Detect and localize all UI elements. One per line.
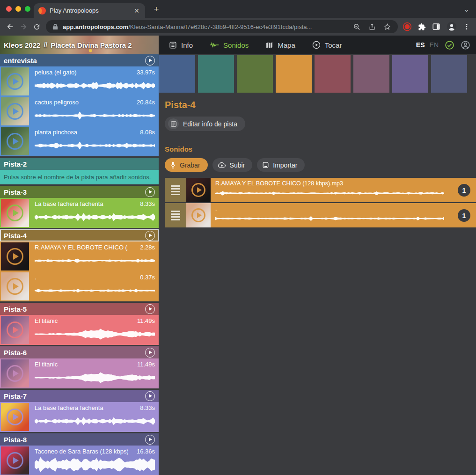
- track-header-pista-5[interactable]: Pista-5: [0, 303, 159, 315]
- track-color-swatch[interactable]: [198, 55, 234, 93]
- clip-thumbnail[interactable]: [1, 127, 29, 155]
- track-color-swatch[interactable]: [392, 55, 428, 93]
- forward-button[interactable]: [17, 20, 30, 33]
- tab-mapa[interactable]: Mapa: [265, 41, 295, 49]
- lock-icon[interactable]: [52, 23, 58, 30]
- clip-thumbnail[interactable]: [1, 272, 29, 300]
- play-track-icon[interactable]: [145, 56, 155, 66]
- profile-avatar-icon[interactable]: [447, 22, 457, 32]
- sound-row[interactable]: R.AMAYA Y EL BOBOTE CHICO (128 kbps).mp3…: [165, 178, 476, 202]
- edit-track-info-button[interactable]: Editar info de pista: [165, 117, 245, 131]
- tab-close-icon[interactable]: ✕: [133, 7, 140, 15]
- track-color-strip: [159, 54, 476, 93]
- clip-thumbnail[interactable]: [1, 242, 29, 270]
- play-clip-icon[interactable]: [7, 248, 23, 265]
- play-track-icon[interactable]: [145, 391, 155, 401]
- new-tab-button[interactable]: +: [151, 4, 162, 15]
- grabar-button[interactable]: Grabar: [165, 158, 208, 172]
- clip-thumbnail[interactable]: [1, 316, 29, 344]
- sound-clip-row[interactable]: pelusa (el gato)33.97s: [0, 66, 159, 96]
- extensions-puzzle-icon[interactable]: [418, 23, 426, 31]
- clip-thumbnail[interactable]: [1, 199, 29, 227]
- track-color-swatch[interactable]: [315, 55, 351, 93]
- sound-row[interactable]: .1: [165, 203, 476, 227]
- tab-label: Tocar: [325, 41, 342, 49]
- zoom-window-button[interactable]: [25, 6, 30, 12]
- drag-handle-icon[interactable]: [165, 203, 186, 227]
- track-header-pista-7[interactable]: Pista-7: [0, 390, 159, 402]
- zoom-out-icon[interactable]: [353, 23, 361, 31]
- tab-sonidos[interactable]: Sonidos: [210, 41, 249, 49]
- play-clip-icon[interactable]: [7, 205, 23, 221]
- play-sound-icon[interactable]: [191, 208, 205, 222]
- account-icon[interactable]: [461, 40, 470, 50]
- browser-menu-icon[interactable]: [463, 23, 470, 30]
- clip-thumbnail[interactable]: [1, 446, 29, 475]
- url-bar[interactable]: app.antropoloops.com/Kleos-Santa-Marina/…: [46, 20, 398, 33]
- clip-thumbnail[interactable]: [1, 97, 29, 125]
- sound-clip-row[interactable]: El titanic11.49s: [0, 358, 159, 388]
- minimize-window-button[interactable]: [15, 6, 21, 12]
- track-header-pista-4[interactable]: Pista-4: [0, 229, 159, 241]
- play-clip-icon[interactable]: [7, 73, 23, 90]
- play-clip-icon[interactable]: [7, 322, 23, 338]
- play-clip-icon[interactable]: [7, 133, 23, 150]
- sound-thumbnail[interactable]: [186, 203, 211, 227]
- track-color-swatch-selected[interactable]: [276, 55, 312, 93]
- play-track-icon[interactable]: [145, 187, 155, 197]
- back-button[interactable]: [4, 20, 17, 33]
- sound-clip-row[interactable]: La base fachera facherita8.33s: [0, 402, 159, 432]
- clip-thumbnail[interactable]: [1, 403, 29, 431]
- tab-info[interactable]: Info: [169, 41, 193, 49]
- clip-name: pelusa (el gato): [35, 69, 77, 76]
- language-option-en[interactable]: EN: [430, 41, 439, 49]
- track-color-swatch[interactable]: [159, 55, 195, 93]
- sound-clip-row[interactable]: R.AMAYA Y EL BOBOTE CHICO (128 kbps)....…: [0, 241, 159, 271]
- track-header-pista-3[interactable]: Pista-3: [0, 186, 159, 198]
- clip-thumbnail[interactable]: [1, 359, 29, 387]
- play-clip-icon[interactable]: [7, 365, 23, 382]
- importar-button[interactable]: Importar: [257, 158, 305, 172]
- language-option-es[interactable]: ES: [416, 41, 425, 49]
- track-color-swatch[interactable]: [353, 55, 389, 93]
- play-track-icon[interactable]: [145, 231, 155, 241]
- play-clip-icon[interactable]: [7, 278, 23, 295]
- sync-check-icon[interactable]: [445, 40, 454, 50]
- side-panel-icon[interactable]: [432, 22, 440, 31]
- play-track-icon[interactable]: [145, 348, 155, 358]
- sound-clip-row[interactable]: planta pinchosa8.08s: [0, 126, 159, 156]
- track-header-entrevista[interactable]: entrevista: [0, 54, 159, 66]
- track-color-swatch[interactable]: [431, 55, 467, 93]
- tab-search-chevron-icon[interactable]: ⌄: [463, 6, 469, 13]
- play-clip-icon[interactable]: [7, 103, 23, 120]
- play-clip-icon[interactable]: [7, 452, 23, 469]
- breadcrumb-title[interactable]: Placeta Divina Pastora 2: [51, 41, 132, 49]
- play-sound-icon[interactable]: [191, 183, 205, 197]
- browser-tab[interactable]: Play Antropoloops ✕: [34, 3, 145, 18]
- tab-tocar[interactable]: Tocar: [312, 41, 342, 49]
- sound-thumbnail[interactable]: [186, 178, 211, 202]
- breadcrumb-project[interactable]: Kleos 2022: [4, 41, 40, 49]
- play-clip-icon[interactable]: [7, 409, 23, 425]
- sound-clip-row[interactable]: Taconeo de Sara Baras (128 kbps).mp316.3…: [0, 446, 159, 475]
- subir-button[interactable]: Subir: [212, 158, 253, 172]
- close-window-button[interactable]: [6, 6, 12, 12]
- play-track-icon[interactable]: [145, 435, 155, 445]
- share-icon[interactable]: [368, 23, 376, 31]
- record-extension-icon[interactable]: [403, 22, 412, 31]
- track-header-pista-8[interactable]: Pista-8: [0, 433, 159, 446]
- track-header-pista-2[interactable]: Pista-2: [0, 158, 159, 170]
- waveform: [215, 212, 444, 225]
- play-track-icon[interactable]: [145, 304, 155, 314]
- track-color-swatch[interactable]: [237, 55, 273, 93]
- clip-thumbnail[interactable]: [1, 67, 29, 95]
- sound-clip-row[interactable]: cactus peligroso20.84s: [0, 96, 159, 126]
- sound-clip-row[interactable]: La base fachera facherita8.33s: [0, 198, 159, 228]
- bookmark-star-icon[interactable]: [383, 23, 391, 31]
- sound-clip-row[interactable]: El titanic11.49s: [0, 315, 159, 345]
- track-section-pista-5: Pista-5El titanic11.49s: [0, 303, 159, 345]
- reload-button[interactable]: [30, 20, 43, 33]
- sound-clip-row[interactable]: .0.37s: [0, 271, 159, 301]
- drag-handle-icon[interactable]: [165, 178, 186, 202]
- track-header-pista-6[interactable]: Pista-6: [0, 346, 159, 358]
